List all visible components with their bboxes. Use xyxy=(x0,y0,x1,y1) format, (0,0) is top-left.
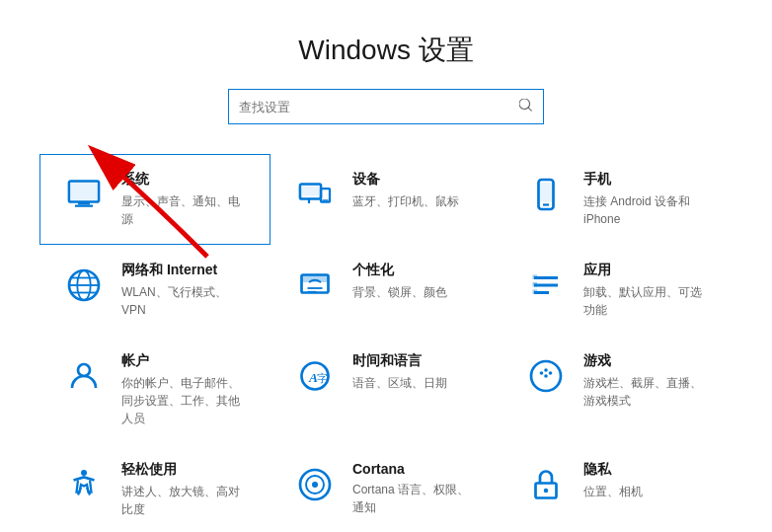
gaming-subtitle: 游戏栏、截屏、直播、游戏模式 xyxy=(583,374,712,410)
phone-icon xyxy=(522,171,570,218)
svg-rect-3 xyxy=(71,183,98,200)
settings-item-devices[interactable]: 设备 蓝牙、打印机、鼠标 xyxy=(270,154,502,245)
settings-item-privacy[interactable]: 隐私 位置、相机 xyxy=(502,444,733,532)
page-title: Windows 设置 xyxy=(0,0,772,89)
system-title: 系统 xyxy=(121,171,250,189)
svg-rect-25 xyxy=(533,282,538,287)
devices-icon xyxy=(291,171,339,218)
system-subtitle: 显示、声音、通知、电源 xyxy=(121,192,250,228)
svg-rect-2 xyxy=(75,205,93,207)
privacy-icon xyxy=(522,461,570,508)
phone-title: 手机 xyxy=(583,171,712,189)
svg-rect-11 xyxy=(540,183,552,202)
settings-item-cortana[interactable]: Cortana Cortana 语言、权限、通知 xyxy=(270,444,502,532)
svg-point-41 xyxy=(544,489,549,494)
svg-rect-5 xyxy=(302,186,320,196)
settings-item-network[interactable]: 网络和 Internet WLAN、飞行模式、VPN xyxy=(39,245,270,336)
system-icon xyxy=(60,171,108,218)
svg-rect-18 xyxy=(302,275,329,283)
accounts-text: 帐户 你的帐户、电子邮件、同步设置、工作、其他人员 xyxy=(121,352,250,427)
devices-title: 设备 xyxy=(352,171,459,189)
phone-text: 手机 连接 Android 设备和 iPhone xyxy=(583,171,712,228)
gaming-icon xyxy=(522,352,570,400)
accounts-subtitle: 你的帐户、电子邮件、同步设置、工作、其他人员 xyxy=(121,374,250,427)
personalization-title: 个性化 xyxy=(352,262,447,279)
privacy-subtitle: 位置、相机 xyxy=(583,483,643,500)
settings-item-gaming[interactable]: 游戏 游戏栏、截屏、直播、游戏模式 xyxy=(502,336,733,444)
settings-item-accessibility[interactable]: 轻松使用 讲述人、放大镜、高对比度 xyxy=(39,444,270,532)
settings-item-accounts[interactable]: 帐户 你的帐户、电子邮件、同步设置、工作、其他人员 xyxy=(39,336,270,444)
network-title: 网络和 Internet xyxy=(121,262,250,279)
settings-item-system[interactable]: 系统 显示、声音、通知、电源 xyxy=(39,154,270,245)
svg-point-35 xyxy=(544,374,548,378)
gaming-title: 游戏 xyxy=(583,352,712,370)
personalization-text: 个性化 背景、锁屏、颜色 xyxy=(352,262,447,301)
gaming-text: 游戏 游戏栏、截屏、直播、游戏模式 xyxy=(583,352,712,410)
privacy-title: 隐私 xyxy=(583,461,643,479)
svg-point-39 xyxy=(312,482,318,488)
cortana-title: Cortana xyxy=(352,461,481,477)
cortana-subtitle: Cortana 语言、权限、通知 xyxy=(352,481,481,516)
personalization-subtitle: 背景、锁屏、颜色 xyxy=(352,283,447,301)
time-icon: A 字 xyxy=(291,352,339,400)
svg-point-32 xyxy=(540,371,544,375)
devices-text: 设备 蓝牙、打印机、鼠标 xyxy=(352,171,459,210)
cortana-icon xyxy=(291,461,339,508)
search-bar[interactable] xyxy=(228,89,544,124)
time-text: 时间和语言 语音、区域、日期 xyxy=(352,352,447,392)
svg-rect-26 xyxy=(533,290,538,295)
svg-rect-24 xyxy=(533,275,538,280)
svg-text:字: 字 xyxy=(317,372,328,384)
settings-item-time[interactable]: A 字 时间和语言 语音、区域、日期 xyxy=(270,336,502,444)
accessibility-icon xyxy=(60,461,108,508)
cortana-text: Cortana Cortana 语言、权限、通知 xyxy=(352,461,481,516)
personalization-icon xyxy=(291,262,339,309)
network-text: 网络和 Internet WLAN、飞行模式、VPN xyxy=(121,262,250,319)
settings-item-apps[interactable]: 应用 卸载、默认应用、可选功能 xyxy=(502,245,733,336)
time-title: 时间和语言 xyxy=(352,352,447,370)
apps-subtitle: 卸载、默认应用、可选功能 xyxy=(583,283,712,319)
devices-subtitle: 蓝牙、打印机、鼠标 xyxy=(352,192,459,210)
accessibility-text: 轻松使用 讲述人、放大镜、高对比度 xyxy=(121,461,250,518)
accounts-title: 帐户 xyxy=(121,352,250,370)
svg-point-27 xyxy=(78,364,90,376)
system-text: 系统 显示、声音、通知、电源 xyxy=(121,171,250,228)
apps-text: 应用 卸载、默认应用、可选功能 xyxy=(583,262,712,319)
accessibility-subtitle: 讲述人、放大镜、高对比度 xyxy=(121,483,250,518)
svg-rect-1 xyxy=(78,202,90,205)
time-subtitle: 语音、区域、日期 xyxy=(352,374,447,392)
svg-point-36 xyxy=(81,470,87,476)
network-icon xyxy=(60,262,108,309)
apps-title: 应用 xyxy=(583,262,712,279)
network-subtitle: WLAN、飞行模式、VPN xyxy=(121,283,250,319)
svg-point-33 xyxy=(544,368,548,372)
accounts-icon xyxy=(60,352,108,400)
privacy-text: 隐私 位置、相机 xyxy=(583,461,643,500)
apps-icon xyxy=(522,262,570,309)
accessibility-title: 轻松使用 xyxy=(121,461,250,479)
settings-item-phone[interactable]: 手机 连接 Android 设备和 iPhone xyxy=(502,154,733,245)
svg-point-34 xyxy=(549,371,553,375)
search-input[interactable] xyxy=(239,100,519,114)
settings-item-personalization[interactable]: 个性化 背景、锁屏、颜色 xyxy=(270,245,502,336)
phone-subtitle: 连接 Android 设备和 iPhone xyxy=(583,192,712,228)
settings-grid: 系统 显示、声音、通知、电源 设备 蓝牙、打印机、鼠标 xyxy=(0,154,772,532)
search-icon xyxy=(519,99,533,115)
